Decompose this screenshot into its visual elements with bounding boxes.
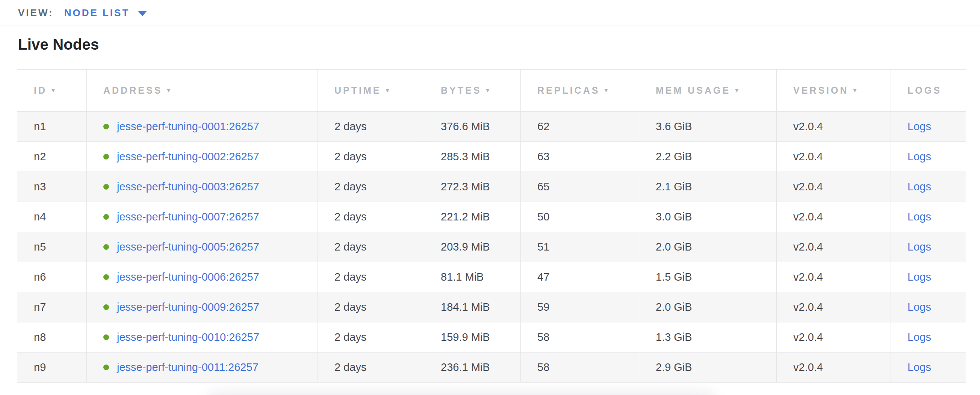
column-header-replicas[interactable]: REPLICAS▾ — [521, 70, 639, 112]
cell-replicas: 62 — [521, 112, 639, 142]
cell-node-id: n2 — [17, 142, 87, 172]
cell-node-id: n9 — [17, 352, 87, 382]
column-header-version[interactable]: VERSION▾ — [777, 70, 891, 112]
cell-uptime: 2 days — [318, 112, 424, 142]
node-status-icon — [103, 214, 109, 220]
cell-version: v2.0.4 — [777, 292, 891, 322]
node-status-icon — [103, 124, 109, 130]
cell-bytes: 272.3 MiB — [424, 172, 521, 202]
address-link[interactable]: jesse-perf-tuning-0005:26257 — [117, 241, 259, 253]
sort-arrow-icon: ▾ — [853, 86, 857, 94]
address-wrap: jesse-perf-tuning-0011:26257 — [103, 361, 314, 374]
cell-address: jesse-perf-tuning-0001:26257 — [87, 112, 318, 142]
live-nodes-table: ID▾ADDRESS▾UPTIME▾BYTES▾REPLICAS▾MEM USA… — [17, 69, 966, 382]
cell-address: jesse-perf-tuning-0002:26257 — [87, 142, 318, 172]
cell-bytes: 285.3 MiB — [424, 142, 521, 172]
cell-mem-usage: 1.5 GiB — [639, 262, 777, 292]
table-row: n3jesse-perf-tuning-0003:262572 days272.… — [17, 172, 966, 202]
address-link[interactable]: jesse-perf-tuning-0003:26257 — [117, 181, 259, 193]
node-status-icon — [103, 365, 109, 370]
address-wrap: jesse-perf-tuning-0009:26257 — [103, 301, 314, 313]
table-row: n8jesse-perf-tuning-0010:262572 days159.… — [17, 322, 966, 352]
column-header-bytes[interactable]: BYTES▾ — [424, 70, 521, 112]
sort-arrow-icon: ▾ — [604, 86, 608, 94]
column-header-id[interactable]: ID▾ — [17, 70, 87, 112]
logs-link[interactable]: Logs — [907, 301, 931, 313]
view-dropdown-value: NODE LIST — [64, 7, 130, 19]
cell-address: jesse-perf-tuning-0011:26257 — [87, 352, 318, 382]
column-header-uptime[interactable]: UPTIME▾ — [318, 70, 424, 112]
sort-arrow-icon: ▾ — [486, 86, 489, 94]
table-row: n9jesse-perf-tuning-0011:262572 days236.… — [17, 352, 966, 382]
cell-logs: Logs — [891, 142, 966, 172]
column-header-address[interactable]: ADDRESS▾ — [87, 70, 318, 112]
cell-address: jesse-perf-tuning-0006:26257 — [87, 262, 318, 292]
cell-replicas: 50 — [521, 202, 639, 232]
cell-uptime: 2 days — [318, 142, 424, 172]
node-status-icon — [103, 304, 109, 310]
sort-arrow-icon: ▾ — [385, 86, 389, 94]
cell-mem-usage: 2.1 GiB — [639, 172, 777, 202]
sort-arrow-icon: ▾ — [735, 86, 738, 94]
node-status-icon — [103, 154, 109, 160]
address-link[interactable]: jesse-perf-tuning-0002:26257 — [117, 150, 259, 163]
table-row: n4jesse-perf-tuning-0007:262572 days221.… — [17, 202, 966, 232]
cell-address: jesse-perf-tuning-0005:26257 — [87, 232, 318, 262]
column-header-label: MEM USAGE — [656, 85, 730, 96]
logs-link[interactable]: Logs — [907, 211, 931, 223]
table-row: n1jesse-perf-tuning-0001:262572 days376.… — [17, 112, 966, 142]
cell-uptime: 2 days — [318, 292, 424, 322]
address-link[interactable]: jesse-perf-tuning-0001:26257 — [117, 120, 259, 133]
cell-replicas: 58 — [521, 352, 639, 382]
column-header-label: ID — [34, 85, 47, 96]
next-section-shadow — [205, 392, 718, 395]
cell-version: v2.0.4 — [777, 352, 891, 382]
node-status-icon — [103, 184, 109, 190]
cell-node-id: n5 — [17, 232, 87, 262]
logs-link[interactable]: Logs — [907, 181, 931, 193]
address-link[interactable]: jesse-perf-tuning-0006:26257 — [117, 271, 259, 283]
sort-arrow-icon: ▾ — [51, 86, 55, 94]
cell-mem-usage: 2.2 GiB — [639, 142, 777, 172]
cell-node-id: n6 — [17, 262, 87, 292]
logs-link[interactable]: Logs — [907, 361, 931, 373]
cell-replicas: 51 — [521, 232, 639, 262]
cell-replicas: 65 — [521, 172, 639, 202]
dropdown-arrow-icon — [138, 11, 147, 16]
cell-version: v2.0.4 — [777, 202, 891, 232]
logs-link[interactable]: Logs — [907, 120, 931, 133]
address-link[interactable]: jesse-perf-tuning-0009:26257 — [117, 301, 259, 313]
node-status-icon — [103, 334, 109, 340]
cell-bytes: 184.1 MiB — [424, 292, 521, 322]
cell-replicas: 59 — [521, 292, 639, 322]
cell-version: v2.0.4 — [777, 322, 891, 352]
logs-link[interactable]: Logs — [907, 150, 931, 163]
cell-mem-usage: 1.3 GiB — [639, 322, 777, 352]
view-dropdown[interactable]: NODE LIST — [64, 7, 147, 19]
logs-link[interactable]: Logs — [907, 271, 931, 283]
table-row: n7jesse-perf-tuning-0009:262572 days184.… — [17, 292, 966, 322]
address-wrap: jesse-perf-tuning-0007:26257 — [103, 211, 314, 223]
cell-address: jesse-perf-tuning-0010:26257 — [87, 322, 318, 352]
cell-version: v2.0.4 — [777, 172, 891, 202]
cell-version: v2.0.4 — [777, 262, 891, 292]
address-wrap: jesse-perf-tuning-0003:26257 — [103, 181, 314, 193]
cell-bytes: 159.9 MiB — [424, 322, 521, 352]
logs-link[interactable]: Logs — [907, 241, 931, 253]
cell-address: jesse-perf-tuning-0009:26257 — [87, 292, 318, 322]
address-link[interactable]: jesse-perf-tuning-0007:26257 — [117, 211, 259, 223]
column-header-mem_usage[interactable]: MEM USAGE▾ — [639, 70, 777, 112]
address-link[interactable]: jesse-perf-tuning-0010:26257 — [117, 331, 259, 344]
cell-uptime: 2 days — [318, 352, 424, 382]
cell-logs: Logs — [891, 202, 966, 232]
table-row: n2jesse-perf-tuning-0002:262572 days285.… — [17, 142, 966, 172]
logs-link[interactable]: Logs — [907, 331, 931, 343]
cell-version: v2.0.4 — [777, 112, 891, 142]
cell-address: jesse-perf-tuning-0007:26257 — [87, 202, 318, 232]
address-link[interactable]: jesse-perf-tuning-0011:26257 — [117, 361, 259, 374]
cell-logs: Logs — [891, 262, 966, 292]
cell-logs: Logs — [891, 292, 966, 322]
cell-uptime: 2 days — [318, 202, 424, 232]
node-status-icon — [103, 274, 109, 280]
page-title: Live Nodes — [18, 36, 980, 53]
